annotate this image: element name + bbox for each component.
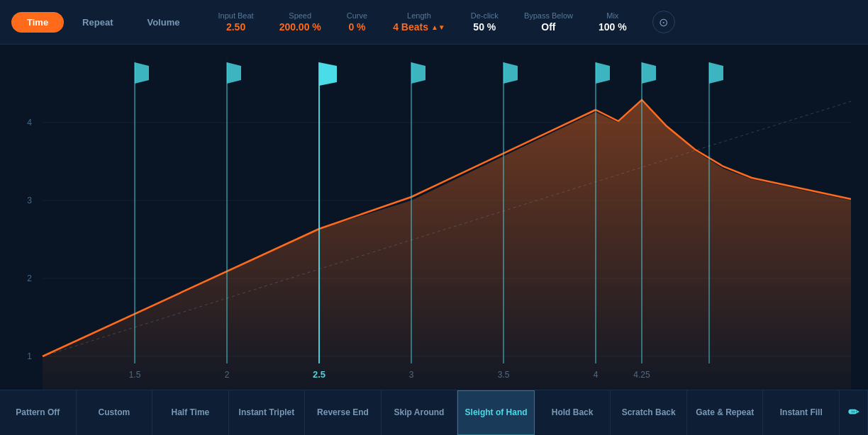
- param-length: Length 4 Beats▲▼: [393, 11, 445, 33]
- preset-reverse-end[interactable]: Reverse End: [305, 390, 382, 435]
- param-input-beat: Input Beat 2.50: [218, 11, 253, 33]
- preset-sleight-of-hand[interactable]: Sleight of Hand: [457, 390, 535, 435]
- param-curve-value[interactable]: 0 %: [348, 21, 365, 33]
- param-length-value[interactable]: 4 Beats▲▼: [393, 21, 445, 33]
- param-speed: Speed 200.00 %: [279, 11, 321, 33]
- preset-pattern-off[interactable]: Pattern Off: [0, 390, 77, 435]
- preset-edit-button[interactable]: ✏: [840, 390, 868, 435]
- tab-time[interactable]: Time: [11, 12, 64, 33]
- svg-text:2: 2: [27, 273, 32, 283]
- param-bypass-below-value[interactable]: Off: [541, 21, 555, 33]
- preset-instant-triplet[interactable]: Instant Triplet: [229, 390, 306, 435]
- preset-instant-fill[interactable]: Instant Fill: [763, 390, 840, 435]
- param-mix: Mix 100 %: [599, 11, 627, 33]
- param-bypass-below-label: Bypass Below: [524, 11, 573, 20]
- tab-group: Time Repeat Volume: [11, 12, 195, 33]
- preset-custom[interactable]: Custom: [77, 390, 153, 435]
- param-mix-value[interactable]: 100 %: [599, 21, 627, 33]
- preset-hold-back[interactable]: Hold Back: [535, 390, 611, 435]
- more-button[interactable]: ⊙: [652, 11, 675, 33]
- tab-volume[interactable]: Volume: [131, 12, 195, 33]
- param-input-beat-value[interactable]: 2.50: [226, 21, 245, 33]
- svg-marker-31: [411, 62, 425, 84]
- preset-half-time[interactable]: Half Time: [152, 390, 229, 435]
- svg-marker-29: [319, 62, 337, 86]
- param-length-label: Length: [407, 11, 431, 20]
- svg-marker-37: [642, 62, 656, 84]
- svg-text:4: 4: [27, 118, 32, 128]
- preset-bar: Pattern Off Custom Half Time Instant Tri…: [0, 390, 868, 435]
- chart-svg: 1 2 3 4 1.5 2 2.5 3 3.5 4 4.25: [0, 45, 868, 390]
- svg-text:3: 3: [27, 196, 32, 205]
- preset-gate-repeat[interactable]: Gate & Repeat: [687, 390, 764, 435]
- param-curve: Curve 0 %: [347, 11, 367, 33]
- svg-text:1: 1: [27, 351, 32, 361]
- chart-area: Beat 1 2 3 4 1.5 2 2.5 3 3.5 4 4.25: [0, 45, 868, 390]
- param-declick: De-click 50 %: [471, 11, 499, 33]
- header-params: Input Beat 2.50 Speed 200.00 % Curve 0 %…: [218, 11, 857, 33]
- svg-marker-35: [596, 62, 610, 84]
- param-curve-label: Curve: [347, 11, 367, 20]
- header: Time Repeat Volume Input Beat 2.50 Speed…: [0, 0, 868, 45]
- param-bypass-below: Bypass Below Off: [524, 11, 573, 33]
- svg-marker-33: [503, 62, 518, 84]
- param-speed-value[interactable]: 200.00 %: [279, 21, 321, 33]
- svg-marker-25: [135, 62, 149, 84]
- param-input-beat-label: Input Beat: [218, 11, 253, 20]
- tab-repeat[interactable]: Repeat: [67, 12, 128, 33]
- svg-marker-27: [227, 62, 241, 84]
- preset-skip-around[interactable]: Skip Around: [382, 390, 458, 435]
- param-speed-label: Speed: [289, 11, 311, 20]
- param-declick-value[interactable]: 50 %: [473, 21, 496, 33]
- param-declick-label: De-click: [471, 11, 499, 20]
- svg-marker-39: [709, 62, 723, 84]
- param-mix-label: Mix: [606, 11, 618, 20]
- preset-scratch-back[interactable]: Scratch Back: [611, 390, 687, 435]
